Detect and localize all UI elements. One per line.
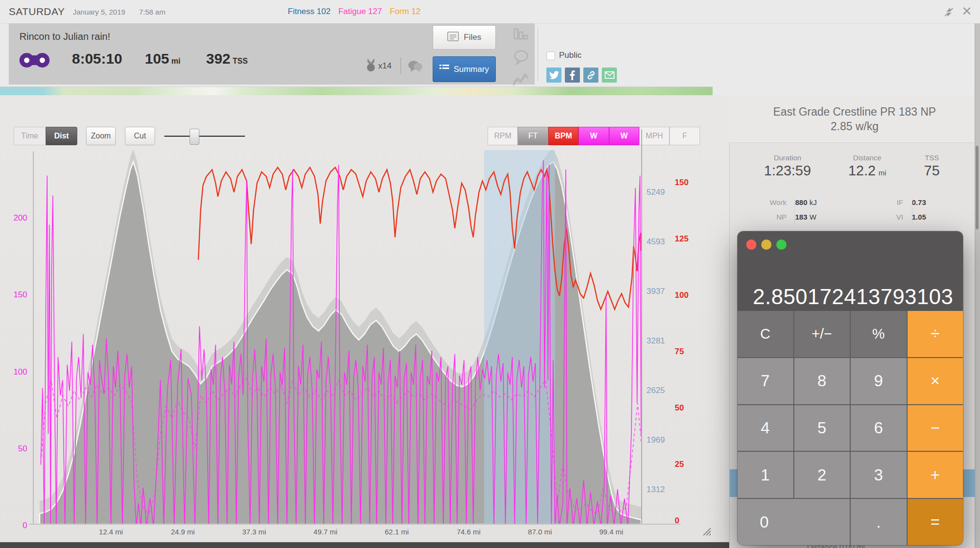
calc-key-clear[interactable]: C <box>737 311 793 357</box>
tss-value: 392 TSS <box>206 51 248 67</box>
toolbar-divider-2 <box>538 27 538 82</box>
calc-key-1[interactable]: 1 <box>737 452 793 498</box>
line-chart-icon[interactable] <box>512 71 529 86</box>
calc-key-percent[interactable]: % <box>851 311 907 357</box>
selection-title: East Grade Crestline PR 183 NP 2.85 w/kg <box>729 95 980 143</box>
calc-key-equals[interactable]: = <box>908 499 963 545</box>
twitter-share-icon[interactable] <box>546 68 561 83</box>
selection-title-line1: East Grade Crestline PR 183 NP <box>773 104 936 119</box>
stat-tss: TSS 75 <box>905 154 959 179</box>
calc-key-7[interactable]: 7 <box>737 358 793 404</box>
resize-handle-icon[interactable] <box>701 526 711 538</box>
summary-button[interactable]: Summary <box>433 56 496 82</box>
day-label: SATURDAY <box>9 6 65 17</box>
detail-work: Work 880 kJ <box>756 198 817 207</box>
workout-title[interactable]: Rincon to Julian rain! <box>19 31 110 42</box>
stat-distance: Distance 12.2 mi <box>838 154 896 179</box>
calc-key-decimal[interactable]: . <box>851 499 907 545</box>
calc-key-divide[interactable]: ÷ <box>908 311 963 357</box>
email-share-icon[interactable] <box>602 68 617 83</box>
detail-np: NP 183 W <box>756 213 816 222</box>
summary-button-label: Summary <box>454 65 489 74</box>
calc-key-0[interactable]: 0 <box>737 499 850 545</box>
calc-key-4[interactable]: 4 <box>737 405 793 451</box>
calc-key-9[interactable]: 9 <box>851 358 907 404</box>
bar-chart-icon[interactable] <box>512 25 529 42</box>
ride-graph[interactable] <box>0 95 729 548</box>
pr-count: x14 <box>378 61 391 71</box>
stat-duration: Duration 1:23:59 <box>758 154 817 179</box>
calculator-keypad: C+/−%÷789×456−123+0.= <box>737 311 963 545</box>
calculator-window[interactable]: 2.850172413793103 C+/−%÷789×456−123+0.= <box>737 231 963 545</box>
facebook-share-icon[interactable] <box>565 68 580 83</box>
fatigue-metric: Fatigue 127 <box>338 7 382 17</box>
calc-key-multiply[interactable]: × <box>908 358 963 404</box>
calc-key-8[interactable]: 8 <box>794 358 850 404</box>
calc-key-3[interactable]: 3 <box>851 452 907 498</box>
calc-key-5[interactable]: 5 <box>794 405 850 451</box>
scrollbar-thumb[interactable] <box>976 146 979 229</box>
window-edge-strip <box>975 23 980 548</box>
bike-icon <box>18 51 51 71</box>
calc-key-6[interactable]: 6 <box>851 405 907 451</box>
close-icon[interactable]: ✕ <box>962 4 972 19</box>
route-map-sliver[interactable] <box>0 86 713 96</box>
date-label: January 5, 2019 <box>73 8 125 16</box>
selection-title-line2: 2.85 w/kg <box>831 119 878 134</box>
detail-divider-2 <box>912 197 912 226</box>
comments-icon[interactable] <box>407 60 423 75</box>
calculator-display: 2.850172413793103 <box>753 285 953 309</box>
app-window: SATURDAY January 5, 2019 7:58 am Fitness… <box>0 0 980 548</box>
calc-key-subtract[interactable]: − <box>908 405 963 451</box>
files-button[interactable]: Files <box>433 25 496 50</box>
distance-value: 105 mi <box>145 51 180 67</box>
calc-key-add[interactable]: + <box>908 452 963 498</box>
duration-value: 8:05:10 <box>72 51 122 67</box>
mac-close-button[interactable] <box>746 240 756 250</box>
public-checkbox[interactable] <box>546 51 555 60</box>
bottom-edge-strip <box>0 542 733 548</box>
calculator-titlebar[interactable]: 2.850172413793103 <box>737 231 963 311</box>
calc-key-plus-minus[interactable]: +/− <box>794 311 850 357</box>
link-share-icon[interactable] <box>583 68 598 83</box>
fitness-metric: Fitness 102 <box>288 7 331 17</box>
time-label: 7:58 am <box>139 8 165 16</box>
detail-divider-1 <box>794 197 795 226</box>
form-metric: Form 12 <box>390 7 420 17</box>
mac-minimize-button[interactable] <box>761 240 771 250</box>
comment-bubble-icon[interactable] <box>513 50 529 65</box>
pmc-metrics: Fitness 102 Fatigue 127 Form 12 <box>288 7 420 17</box>
files-button-label: Files <box>464 33 481 42</box>
detail-if: IF 0.73 <box>878 198 926 207</box>
calc-key-2[interactable]: 2 <box>794 452 850 498</box>
pr-medal-icon <box>366 58 376 74</box>
public-label: Public <box>559 51 581 60</box>
summary-icon <box>439 64 449 74</box>
collapse-icon[interactable] <box>944 7 954 19</box>
mac-zoom-button[interactable] <box>776 240 787 250</box>
files-icon <box>447 32 459 44</box>
detail-vi: VI 1.05 <box>878 213 926 222</box>
toolbar-divider-1 <box>508 27 508 82</box>
card-divider <box>401 57 401 74</box>
